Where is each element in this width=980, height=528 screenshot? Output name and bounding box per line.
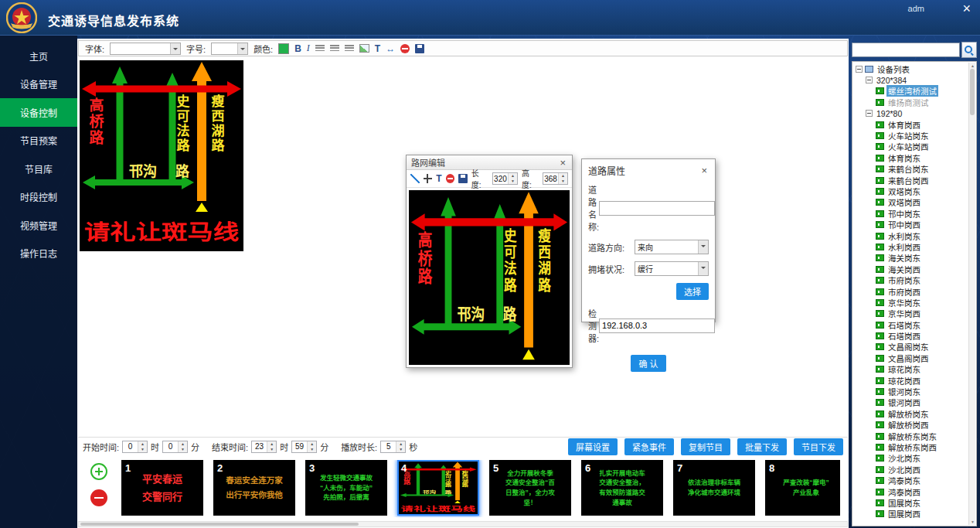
tree-row[interactable]: 192*80 — [853, 108, 968, 119]
road-name-input[interactable] — [599, 201, 715, 216]
program-thumbnail[interactable]: 2 春运安全连万家 出行平安你我他 请礼让斑马线 — [213, 460, 295, 516]
tree-row[interactable]: 水利岗西 — [853, 241, 968, 252]
tree-row[interactable]: 双塔岗西 — [853, 197, 968, 208]
end-minute-spinner[interactable]: 59 — [291, 441, 317, 453]
tree-row[interactable]: 火车站岗东 — [853, 130, 968, 141]
action-button[interactable]: 复制节目 — [681, 438, 730, 455]
tree-row[interactable]: 石塔岗东 — [853, 319, 968, 330]
tree-row[interactable]: 沙北岗西 — [853, 464, 968, 475]
spinner-arrows-icon[interactable] — [558, 173, 567, 184]
remove-program-button[interactable] — [90, 489, 107, 506]
tree-row[interactable]: 双塔岗东 — [853, 186, 968, 196]
bold-button[interactable]: B — [294, 43, 301, 54]
expander-icon[interactable] — [866, 110, 873, 117]
tree-row[interactable]: 水利岗东 — [853, 230, 968, 241]
sidebar-item[interactable]: 操作日志 — [0, 240, 77, 268]
sidebar-item[interactable]: 设备管理 — [0, 70, 77, 99]
spinner-arrows-icon[interactable] — [307, 441, 316, 452]
tree-row[interactable]: 市府岗东 — [853, 274, 968, 285]
close-icon[interactable]: × — [959, 1, 974, 17]
close-icon[interactable]: × — [699, 165, 709, 176]
tree-row[interactable]: 解放桥东岗西 — [853, 441, 968, 452]
program-thumbnail[interactable]: 4 请礼让斑马线 — [397, 460, 479, 516]
tree-row[interactable]: 文昌阁岗东 — [853, 342, 968, 353]
dialog-titlebar[interactable]: 路网编辑 × — [407, 155, 572, 170]
move-node-icon[interactable] — [424, 174, 433, 183]
tree-row[interactable]: 银河岗东 — [853, 386, 968, 397]
italic-button[interactable]: I — [307, 43, 310, 54]
tree-row[interactable]: 银河岗西 — [853, 397, 968, 408]
save-icon[interactable] — [415, 44, 424, 53]
scrollbar-thumb[interactable] — [80, 523, 359, 526]
username[interactable]: adm — [908, 4, 924, 13]
tree-row[interactable]: 国展岗东 — [853, 497, 968, 508]
align-center-icon[interactable] — [330, 45, 339, 53]
tree-row[interactable]: 国展岗西 — [853, 509, 968, 519]
tree-row[interactable]: 邗中岗东 — [853, 208, 968, 219]
confirm-button[interactable]: 确 认 — [631, 355, 665, 372]
start-minute-spinner[interactable]: 0 — [162, 441, 188, 453]
horizontal-scrollbar[interactable] — [78, 521, 848, 527]
expander-icon[interactable] — [856, 66, 863, 73]
tree-row[interactable]: 市府岗西 — [853, 286, 968, 297]
tree-row[interactable]: 体育岗西 — [853, 119, 968, 130]
tree-row[interactable]: 琼花岗西 — [853, 375, 968, 386]
tree-row[interactable]: 邗中岗西 — [853, 219, 968, 230]
save-icon[interactable] — [458, 174, 468, 183]
tree-row[interactable]: 设备列表 — [853, 63, 968, 74]
spinner-arrows-icon[interactable] — [508, 173, 517, 184]
resize-arrows-icon[interactable] — [386, 43, 395, 54]
close-icon[interactable]: × — [558, 157, 567, 169]
spinner-arrows-icon[interactable] — [396, 441, 405, 452]
spinner-arrows-icon[interactable] — [267, 441, 276, 452]
tree-row[interactable]: 石塔岗西 — [853, 330, 968, 341]
scrollbar-thumb[interactable] — [970, 69, 975, 115]
sidebar-item[interactable]: 时段控制 — [0, 183, 77, 212]
program-thumbnail[interactable]: 3 发生轻微交通事故 “人未伤，车能动” 先拍照，后撤离 请礼让斑马线 — [305, 460, 387, 516]
program-thumbnail[interactable]: 5 全力开展秋冬季 交通安全整治“百 日整治”，全力攻 坚！ 请礼让斑马线 — [489, 460, 571, 516]
text-tool-button[interactable]: T — [436, 173, 441, 184]
spinner-arrows-icon[interactable] — [178, 441, 187, 452]
tree-row[interactable]: 维扬商测试 — [853, 97, 968, 107]
tree-row[interactable]: 解放桥岗东 — [853, 408, 968, 419]
start-hour-spinner[interactable]: 0 — [122, 441, 148, 453]
tree-row[interactable]: 海关岗西 — [853, 264, 968, 274]
tree-row[interactable]: 鸿泰岗东 — [853, 475, 968, 485]
road-direction-select[interactable]: 来向 — [635, 240, 709, 254]
select-detector-button[interactable]: 选择 — [676, 283, 709, 300]
align-left-icon[interactable] — [315, 45, 325, 53]
program-thumbnail[interactable]: 1 平安春运 交警同行 请礼让斑马线 — [121, 460, 203, 516]
tree-row[interactable]: 鸿泰岗西 — [853, 486, 968, 497]
height-spinner[interactable]: 368 — [543, 172, 568, 185]
tree-row[interactable]: 解放桥东岗东 — [853, 431, 968, 441]
sidebar-item[interactable]: 设备控制 — [0, 98, 77, 127]
add-program-button[interactable] — [90, 463, 107, 480]
end-hour-spinner[interactable]: 23 — [251, 441, 277, 453]
stop-icon[interactable] — [400, 44, 410, 53]
action-button[interactable]: 批量下发 — [737, 438, 787, 455]
delete-icon[interactable] — [446, 174, 455, 183]
tree-row[interactable]: 京华岗西 — [853, 308, 968, 319]
tree-row[interactable]: 解放桥岗西 — [853, 420, 968, 431]
font-size-select[interactable] — [211, 43, 248, 55]
tree-row[interactable]: 螺丝湾桥测试 — [853, 86, 968, 97]
action-button[interactable]: 紧急事件 — [624, 438, 674, 455]
road-editor-canvas[interactable] — [409, 190, 570, 365]
insert-image-icon[interactable] — [359, 44, 369, 53]
font-select[interactable] — [110, 43, 181, 55]
sidebar-item[interactable]: 主页 — [0, 42, 77, 70]
led-program-preview[interactable]: 请礼让斑马线 — [80, 60, 243, 251]
sidebar-item[interactable]: 视频管理 — [0, 211, 77, 240]
tree-row[interactable]: 来鹤台岗东 — [853, 164, 968, 175]
program-thumbnail[interactable]: 6 扎实开展电动车 交通安全整治， 有效预防道路交 通事故 请礼让斑马线 — [581, 460, 663, 516]
search-button[interactable] — [961, 42, 977, 58]
length-spinner[interactable]: 320 — [492, 172, 518, 185]
tree-row[interactable]: 京华岗东 — [853, 297, 968, 308]
congestion-select[interactable]: 缓行 — [635, 261, 709, 276]
spinner-arrows-icon[interactable] — [138, 441, 147, 452]
action-button[interactable]: 屏幕设置 — [568, 438, 618, 455]
tree-row[interactable]: 来鹤台岗西 — [853, 175, 968, 186]
action-button[interactable]: 节目下发 — [794, 438, 843, 455]
duration-spinner[interactable]: 5 — [380, 441, 406, 453]
expander-icon[interactable] — [866, 77, 873, 83]
